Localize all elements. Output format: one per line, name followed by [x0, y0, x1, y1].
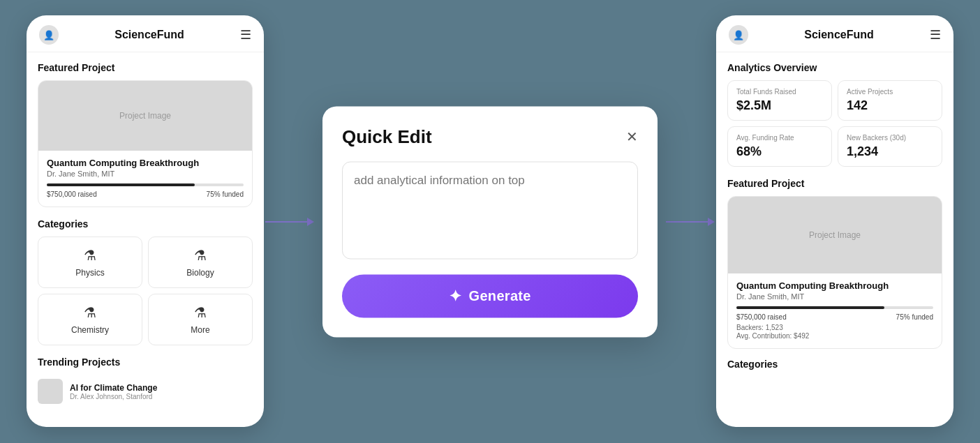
analytics-total-funds: Total Funds Raised $2.5M — [727, 80, 832, 121]
backers-stat: Backers: 1,523 — [736, 324, 933, 331]
sparkle-icon: ✦ — [449, 287, 461, 305]
categories-grid: ⚗ Physics ⚗ Biology ⚗ Chemistry ⚗ More — [38, 236, 253, 345]
right-progress-fill — [736, 306, 884, 309]
progress-bar-container — [47, 183, 244, 186]
categories-section-title: Categories — [38, 218, 253, 230]
right-categories-title: Categories — [727, 359, 942, 370]
project-name: Quantum Computing Breakthrough — [47, 158, 244, 168]
menu-icon[interactable]: ☰ — [240, 27, 251, 43]
right-funded-label: 75% funded — [896, 313, 933, 321]
biology-icon: ⚗ — [194, 247, 207, 264]
arrow-head — [307, 218, 314, 226]
progress-bar-fill — [47, 183, 195, 186]
funding-rate-label: Avg. Funding Rate — [736, 134, 823, 142]
trending-info: AI for Climate Change Dr. Alex Johnson, … — [70, 383, 157, 400]
more-label: More — [191, 325, 209, 335]
analytics-section-title: Analytics Overview — [727, 62, 942, 73]
right-featured-section-title: Featured Project — [727, 178, 942, 189]
analytics-new-backers: New Backers (30d) 1,234 — [838, 126, 942, 167]
right-extra-stats: Backers: 1,523 Avg. Contribution: $492 — [736, 324, 933, 340]
modal-title: Quick Edit — [342, 126, 432, 147]
right-arrow — [666, 218, 715, 226]
total-funds-value: $2.5M — [736, 98, 823, 113]
analytics-active-projects: Active Projects 142 — [838, 80, 942, 121]
left-arrow — [265, 218, 314, 226]
modal-close-button[interactable]: ✕ — [626, 130, 638, 144]
generate-label: Generate — [469, 288, 531, 304]
category-biology[interactable]: ⚗ Biology — [148, 236, 253, 288]
active-projects-value: 142 — [847, 98, 933, 113]
quick-edit-modal: Quick Edit ✕ ✦ Generate — [322, 106, 658, 337]
trending-section-title: Trending Projects — [38, 356, 253, 368]
right-arrow-line — [666, 221, 708, 223]
left-phone-content: Featured Project Project Image Quantum C… — [27, 52, 264, 426]
right-arrow-head — [708, 218, 715, 226]
avg-contribution-stat: Avg. Contribution: $492 — [736, 332, 933, 340]
trending-title: AI for Climate Change — [70, 383, 157, 393]
left-phone: 👤 ScienceFund ☰ Featured Project Project… — [27, 15, 264, 427]
right-phone-content: Analytics Overview Total Funds Raised $2… — [716, 52, 953, 426]
chemistry-label: Chemistry — [71, 325, 109, 335]
project-stats: $750,000 raised 75% funded — [47, 190, 244, 198]
project-info: Quantum Computing Breakthrough Dr. Jane … — [38, 151, 252, 207]
chemistry-icon: ⚗ — [84, 304, 96, 321]
right-avatar: 👤 — [729, 25, 748, 45]
right-featured-card: Project Image Quantum Computing Breakthr… — [727, 196, 942, 349]
new-backers-value: 1,234 — [847, 144, 933, 159]
right-phone-header: 👤 ScienceFund ☰ — [716, 15, 953, 52]
project-image: Project Image — [38, 81, 252, 151]
analytics-grid: Total Funds Raised $2.5M Active Projects… — [727, 80, 942, 167]
category-physics[interactable]: ⚗ Physics — [38, 236, 142, 288]
generate-button[interactable]: ✦ Generate — [342, 274, 638, 317]
category-chemistry[interactable]: ⚗ Chemistry — [38, 294, 142, 345]
active-projects-label: Active Projects — [847, 88, 933, 96]
analytics-funding-rate: Avg. Funding Rate 68% — [727, 126, 832, 167]
biology-label: Biology — [186, 268, 214, 278]
right-project-info: Quantum Computing Breakthrough Dr. Jane … — [728, 273, 942, 348]
right-menu-icon[interactable]: ☰ — [930, 27, 941, 43]
featured-section-title: Featured Project — [38, 62, 253, 73]
right-project-name: Quantum Computing Breakthrough — [736, 280, 933, 291]
funding-rate-value: 68% — [736, 144, 823, 159]
new-backers-label: New Backers (30d) — [847, 134, 933, 142]
right-phone: 👤 ScienceFund ☰ Analytics Overview Total… — [716, 15, 953, 427]
featured-project-card: Project Image Quantum Computing Breakthr… — [38, 80, 253, 207]
arrow-line — [265, 221, 307, 223]
total-funds-label: Total Funds Raised — [736, 88, 823, 96]
trending-thumb — [38, 379, 63, 404]
physics-label: Physics — [75, 268, 104, 278]
more-icon: ⚗ — [194, 304, 207, 321]
trending-author: Dr. Alex Johnson, Stanford — [70, 393, 157, 400]
raised-label: $750,000 raised — [47, 190, 97, 198]
trending-item: AI for Climate Change Dr. Alex Johnson, … — [38, 375, 253, 408]
category-more[interactable]: ⚗ More — [148, 294, 253, 345]
avatar: 👤 — [39, 25, 59, 45]
app-title: ScienceFund — [114, 29, 184, 41]
left-phone-header: 👤 ScienceFund ☰ — [27, 15, 264, 52]
funded-label: 75% funded — [207, 190, 244, 198]
right-app-title: ScienceFund — [804, 29, 874, 41]
modal-header: Quick Edit ✕ — [342, 126, 638, 147]
right-project-image: Project Image — [728, 197, 942, 273]
physics-icon: ⚗ — [84, 247, 96, 264]
right-project-author: Dr. Jane Smith, MIT — [736, 292, 933, 301]
right-progress-container — [736, 306, 933, 309]
right-raised-label: $750,000 raised — [736, 313, 787, 321]
right-project-stats: $750,000 raised 75% funded — [736, 313, 933, 321]
project-author: Dr. Jane Smith, MIT — [47, 170, 244, 178]
modal-textarea[interactable] — [342, 161, 638, 259]
